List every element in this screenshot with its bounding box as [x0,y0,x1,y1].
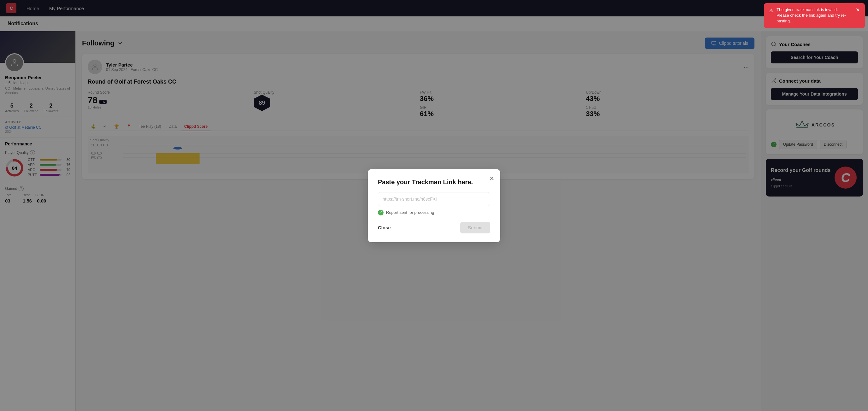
error-banner: ⚠ The given trackman link is invalid. Pl… [764,3,865,28]
success-text: Report sent for processing [386,210,434,215]
modal-title: Paste your Trackman Link here. [378,179,490,186]
modal-overlay[interactable]: Paste your Trackman Link here. ✕ ✓ Repor… [0,0,868,411]
modal-success-message: ✓ Report sent for processing [378,210,490,215]
trackman-modal: Paste your Trackman Link here. ✕ ✓ Repor… [368,169,500,242]
error-banner-close-button[interactable]: ✕ [856,7,860,13]
error-message: The given trackman link is invalid. Plea… [777,7,850,24]
modal-close-button[interactable]: Close [378,225,391,230]
modal-close-x-button[interactable]: ✕ [489,175,495,182]
success-checkmark-icon: ✓ [378,210,383,215]
modal-actions: Close Submit [378,222,490,233]
warning-icon: ⚠ [769,7,773,14]
trackman-link-input[interactable] [378,192,490,206]
modal-submit-button[interactable]: Submit [460,222,490,233]
